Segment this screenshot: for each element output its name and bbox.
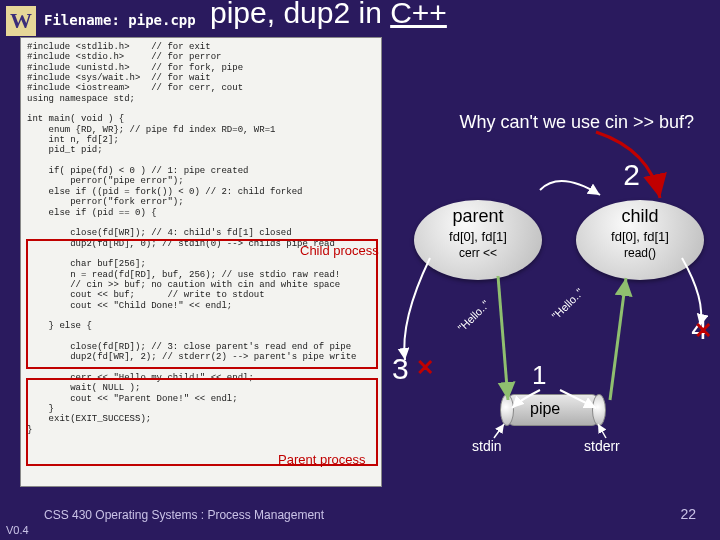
parent-node: parent fd[0], fd[1] cerr << bbox=[414, 200, 542, 280]
child-fd: fd[0], fd[1] bbox=[580, 229, 700, 244]
pipe-cap-right bbox=[592, 394, 606, 426]
stderr-label: stderr bbox=[584, 438, 620, 454]
filename-label: Filename: pipe.cpp bbox=[44, 12, 196, 28]
title-part-a: pipe, dup2 in bbox=[210, 0, 390, 29]
parent-op: cerr << bbox=[418, 246, 538, 260]
version-text: V0.4 bbox=[6, 524, 29, 536]
msg-pipe-to-child: "Hello.." bbox=[549, 286, 585, 322]
child-op: read() bbox=[580, 246, 700, 260]
page-number: 22 bbox=[680, 506, 696, 522]
child-name: child bbox=[580, 206, 700, 227]
x-mark-child-write: ✕ bbox=[694, 318, 712, 344]
slide-title: pipe, dup2 in C++ bbox=[210, 0, 447, 30]
child-process-rect bbox=[26, 239, 378, 369]
child-node: child fd[0], fd[1] read() bbox=[576, 200, 704, 280]
footer-text: CSS 430 Operating Systems : Process Mana… bbox=[44, 508, 324, 522]
msg-parent-to-pipe: "Hello.." bbox=[455, 298, 491, 334]
stdin-label: stdin bbox=[472, 438, 502, 454]
title-part-b: C++ bbox=[390, 0, 447, 29]
uw-logo: W bbox=[6, 6, 36, 36]
step-3: 3 bbox=[392, 352, 409, 386]
parent-name: parent bbox=[418, 206, 538, 227]
question-text: Why can't we use cin >> buf? bbox=[459, 112, 694, 133]
step-1: 1 bbox=[532, 360, 546, 391]
parent-process-label: Parent process bbox=[278, 452, 365, 467]
x-mark-parent-read: ✕ bbox=[416, 355, 434, 381]
pipe-label: pipe bbox=[530, 400, 560, 418]
child-process-label: Child process bbox=[300, 243, 379, 258]
parent-fd: fd[0], fd[1] bbox=[418, 229, 538, 244]
step-2: 2 bbox=[623, 158, 640, 192]
pipe-cap-left bbox=[500, 394, 514, 426]
